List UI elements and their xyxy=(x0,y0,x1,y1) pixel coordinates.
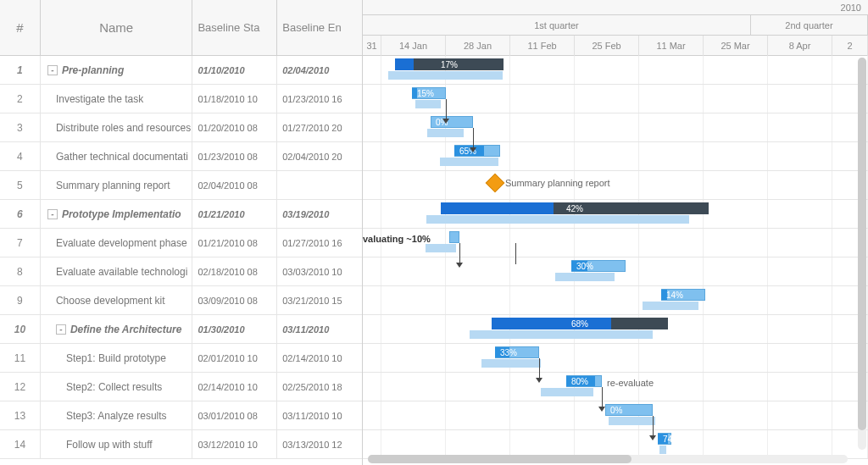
row-baseline-start[interactable]: 02/14/2010 10 xyxy=(192,373,277,401)
row-baseline-end[interactable]: 01/23/2010 16 xyxy=(277,85,362,113)
row-baseline-end[interactable]: 03/11/2010 10 xyxy=(277,401,362,429)
row-baseline-end[interactable]: 03/13/2010 12 xyxy=(277,430,362,458)
row-name-label: Gather technical documentati xyxy=(56,151,188,163)
grid-row[interactable]: 8Evaluate available technologi02/18/2010… xyxy=(0,257,362,286)
row-baseline-end[interactable]: 02/14/2010 10 xyxy=(277,344,362,372)
row-name-cell[interactable]: Evaluate available technologi xyxy=(41,257,193,285)
timeline-row[interactable]: 0% xyxy=(363,401,868,430)
timeline-row[interactable]: 15% xyxy=(363,85,868,113)
column-header-baseline-end[interactable]: Baseline En xyxy=(277,0,362,55)
vertical-scrollbar-thumb[interactable] xyxy=(858,58,866,430)
row-name-cell[interactable]: -Prototype Implementatio xyxy=(41,200,193,228)
timeline-body[interactable]: 17%15%0%65%Summary planning report42%val… xyxy=(363,56,868,459)
row-baseline-start[interactable]: 01/21/2010 xyxy=(192,200,277,228)
horizontal-scrollbar[interactable] xyxy=(368,455,848,463)
row-baseline-start[interactable]: 03/12/2010 10 xyxy=(192,430,277,458)
grid-row[interactable]: 1-Pre-planning01/10/201002/04/2010 xyxy=(0,56,362,85)
row-baseline-start[interactable]: 02/04/2010 08 xyxy=(192,171,277,199)
grid-row[interactable]: 6-Prototype Implementatio01/21/201003/19… xyxy=(0,200,362,229)
progress-label: 68% xyxy=(492,318,668,329)
row-baseline-start[interactable]: 01/23/2010 08 xyxy=(192,142,277,170)
column-header-name[interactable]: Name xyxy=(41,0,193,55)
row-baseline-end[interactable]: 03/21/2010 15 xyxy=(277,286,362,314)
row-name-cell[interactable]: Distribute roles and resources xyxy=(41,113,193,141)
timeline-row[interactable]: 80%re-evaluate xyxy=(363,373,868,401)
progress-label: 65% xyxy=(456,146,476,156)
timeline-row[interactable]: 14% xyxy=(363,286,868,315)
baseline-bar xyxy=(415,100,441,108)
row-name-cell[interactable]: Gather technical documentati xyxy=(41,142,193,170)
row-baseline-end[interactable]: 01/27/2010 16 xyxy=(277,229,362,257)
task-bar[interactable] xyxy=(449,231,459,243)
collapse-toggle[interactable]: - xyxy=(47,65,58,75)
row-number: 5 xyxy=(0,171,41,199)
row-name-cell[interactable]: Summary planning report xyxy=(41,171,193,199)
row-name-cell[interactable]: Step2: Collect results xyxy=(41,373,193,401)
timeline-row[interactable]: 42% xyxy=(363,200,868,229)
row-baseline-start[interactable]: 01/20/2010 08 xyxy=(192,113,277,141)
row-baseline-end[interactable]: 03/11/2010 xyxy=(277,315,362,343)
timeline-row[interactable]: 68% xyxy=(363,315,868,344)
row-name-cell[interactable]: Choose development kit xyxy=(41,286,193,314)
collapse-toggle[interactable]: - xyxy=(56,324,66,335)
milestone-icon[interactable] xyxy=(486,174,505,193)
timeline-row[interactable]: 30% xyxy=(363,257,868,286)
date-header: 11 Mar xyxy=(639,36,704,56)
grid-row[interactable]: 13Step3: Analyze results03/01/2010 0803/… xyxy=(0,401,362,430)
baseline-bar xyxy=(470,330,653,339)
row-baseline-end[interactable]: 03/19/2010 xyxy=(277,200,362,228)
grid-row[interactable]: 5Summary planning report02/04/2010 08 xyxy=(0,171,362,200)
row-name-cell[interactable]: -Pre-planning xyxy=(41,56,193,84)
grid-row[interactable]: 14Follow up with stuff03/12/2010 1003/13… xyxy=(0,430,362,459)
timeline-year: 2010 xyxy=(363,0,868,15)
row-baseline-end[interactable]: 02/04/2010 20 xyxy=(277,142,362,170)
row-baseline-end[interactable]: 02/04/2010 xyxy=(277,56,362,84)
horizontal-scrollbar-thumb[interactable] xyxy=(368,455,632,463)
timeline-row[interactable]: 17% xyxy=(363,56,868,85)
grid-row[interactable]: 11Step1: Build prototype02/01/2010 1002/… xyxy=(0,344,362,373)
grid-row[interactable]: 9Choose development kit03/09/2010 0803/2… xyxy=(0,286,362,315)
row-baseline-end[interactable]: 02/25/2010 18 xyxy=(277,373,362,401)
grid-row[interactable]: 10-Define the Architecture01/30/201003/1… xyxy=(0,315,362,344)
timeline-row[interactable]: 33% xyxy=(363,344,868,373)
row-number: 14 xyxy=(0,430,41,458)
grid-row[interactable]: 2Investigate the task01/18/2010 1001/23/… xyxy=(0,85,362,113)
grid-row[interactable]: 7Evaluate development phase01/21/2010 08… xyxy=(0,229,362,257)
row-name-cell[interactable]: Step3: Analyze results xyxy=(41,401,193,429)
row-name-cell[interactable]: -Define the Architecture xyxy=(41,315,193,343)
grid-row[interactable]: 4Gather technical documentati01/23/2010 … xyxy=(0,142,362,171)
row-baseline-start[interactable]: 03/09/2010 08 xyxy=(192,286,277,314)
baseline-bar xyxy=(388,71,503,80)
date-header: 14 Jan xyxy=(381,36,446,56)
grid-row[interactable]: 12Step2: Collect results02/14/2010 1002/… xyxy=(0,373,362,401)
timeline-row[interactable]: valuating ~10% xyxy=(363,229,868,257)
row-name-cell[interactable]: Investigate the task xyxy=(41,85,193,113)
baseline-bar xyxy=(440,158,498,166)
column-header-baseline-start[interactable]: Baseline Sta xyxy=(192,0,277,55)
row-baseline-start[interactable]: 01/21/2010 08 xyxy=(192,229,277,257)
row-name-cell[interactable]: Follow up with stuff xyxy=(41,430,193,458)
timeline-row[interactable]: Summary planning report xyxy=(363,171,868,200)
collapse-toggle[interactable]: - xyxy=(47,209,58,219)
baseline-bar xyxy=(426,215,689,224)
row-baseline-end[interactable]: 03/03/2010 10 xyxy=(277,257,362,285)
baseline-bar xyxy=(427,129,464,137)
timeline-row[interactable]: 65% xyxy=(363,142,868,171)
column-header-num[interactable]: # xyxy=(0,0,41,55)
grid-row[interactable]: 3Distribute roles and resources01/20/201… xyxy=(0,113,362,142)
row-baseline-end[interactable] xyxy=(277,171,362,199)
row-baseline-start[interactable]: 02/18/2010 08 xyxy=(192,257,277,285)
row-baseline-start[interactable]: 03/01/2010 08 xyxy=(192,401,277,429)
row-baseline-start[interactable]: 01/10/2010 xyxy=(192,56,277,84)
grid-header: # Name Baseline Sta Baseline En xyxy=(0,0,362,56)
row-baseline-start[interactable]: 01/30/2010 xyxy=(192,315,277,343)
row-baseline-end[interactable]: 01/27/2010 20 xyxy=(277,113,362,141)
row-name-cell[interactable]: Evaluate development phase xyxy=(41,229,193,257)
row-name-cell[interactable]: Step1: Build prototype xyxy=(41,344,193,372)
task-label: re-evaluate xyxy=(607,378,654,388)
row-baseline-start[interactable]: 02/01/2010 10 xyxy=(192,344,277,372)
timeline-row[interactable]: 0% xyxy=(363,113,868,142)
row-baseline-start[interactable]: 01/18/2010 10 xyxy=(192,85,277,113)
progress-label: 42% xyxy=(441,202,709,214)
vertical-scrollbar[interactable] xyxy=(858,58,866,450)
